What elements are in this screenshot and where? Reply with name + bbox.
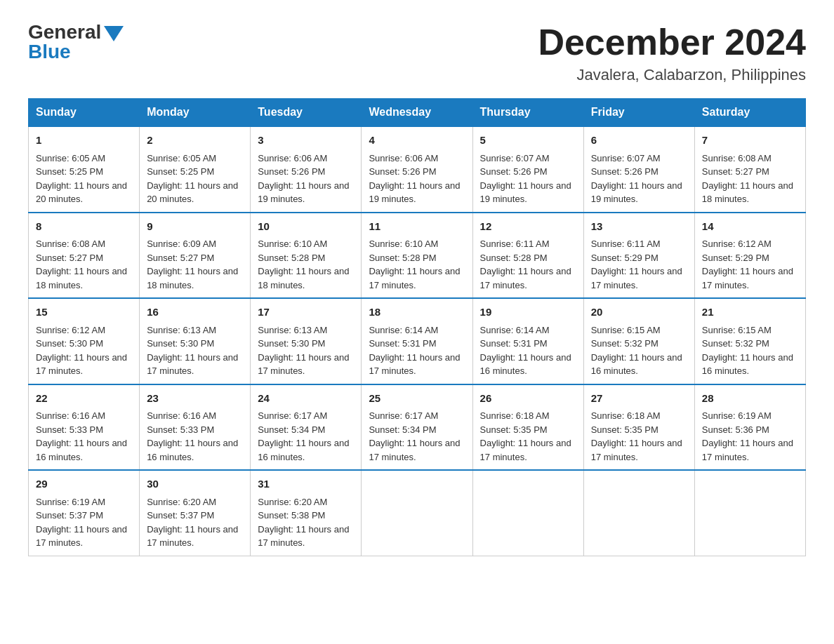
- day-sun-info: Sunrise: 6:19 AMSunset: 5:37 PMDaylight:…: [36, 495, 132, 550]
- calendar-cell: 4Sunrise: 6:06 AMSunset: 5:26 PMDaylight…: [362, 126, 472, 213]
- day-number: 27: [591, 391, 687, 407]
- day-number: 15: [36, 304, 132, 321]
- day-of-week-header: Tuesday: [251, 99, 362, 127]
- calendar-cell: 12Sunrise: 6:11 AMSunset: 5:28 PMDayligh…: [472, 213, 583, 299]
- day-of-week-header: Thursday: [472, 99, 583, 127]
- day-number: 6: [591, 133, 687, 149]
- day-number: 30: [147, 476, 243, 492]
- calendar-cell: [694, 470, 805, 556]
- day-sun-info: Sunrise: 6:06 AMSunset: 5:26 PMDaylight:…: [369, 152, 465, 206]
- day-sun-info: Sunrise: 6:16 AMSunset: 5:33 PMDaylight:…: [147, 409, 243, 464]
- calendar-cell: 30Sunrise: 6:20 AMSunset: 5:37 PMDayligh…: [140, 470, 251, 556]
- day-sun-info: Sunrise: 6:05 AMSunset: 5:25 PMDaylight:…: [36, 152, 132, 206]
- calendar-cell: 26Sunrise: 6:18 AMSunset: 5:35 PMDayligh…: [472, 384, 583, 471]
- day-sun-info: Sunrise: 6:18 AMSunset: 5:35 PMDaylight:…: [480, 409, 576, 464]
- calendar-cell: 11Sunrise: 6:10 AMSunset: 5:28 PMDayligh…: [362, 213, 472, 299]
- day-sun-info: Sunrise: 6:10 AMSunset: 5:28 PMDaylight:…: [258, 237, 354, 292]
- day-sun-info: Sunrise: 6:18 AMSunset: 5:35 PMDaylight:…: [591, 409, 687, 464]
- day-number: 29: [36, 476, 132, 492]
- days-of-week-row: SundayMondayTuesdayWednesdayThursdayFrid…: [29, 99, 806, 127]
- day-sun-info: Sunrise: 6:17 AMSunset: 5:34 PMDaylight:…: [369, 409, 465, 464]
- calendar-body: 1Sunrise: 6:05 AMSunset: 5:25 PMDaylight…: [29, 126, 806, 556]
- day-number: 28: [702, 391, 798, 407]
- day-sun-info: Sunrise: 6:14 AMSunset: 5:31 PMDaylight:…: [369, 323, 465, 378]
- day-of-week-header: Wednesday: [362, 99, 472, 127]
- day-of-week-header: Sunday: [29, 99, 140, 127]
- calendar-week-row: 22Sunrise: 6:16 AMSunset: 5:33 PMDayligh…: [29, 384, 806, 471]
- calendar-cell: 2Sunrise: 6:05 AMSunset: 5:25 PMDaylight…: [140, 126, 251, 213]
- calendar-cell: [362, 470, 472, 556]
- calendar-cell: 20Sunrise: 6:15 AMSunset: 5:32 PMDayligh…: [583, 298, 694, 384]
- calendar-week-row: 15Sunrise: 6:12 AMSunset: 5:30 PMDayligh…: [29, 298, 806, 384]
- title-block: December 2024 Javalera, Calabarzon, Phil…: [538, 21, 806, 84]
- calendar-cell: 27Sunrise: 6:18 AMSunset: 5:35 PMDayligh…: [583, 384, 694, 471]
- day-number: 7: [702, 133, 798, 149]
- day-sun-info: Sunrise: 6:08 AMSunset: 5:27 PMDaylight:…: [36, 237, 132, 292]
- day-number: 5: [480, 133, 576, 149]
- page-header: General Blue December 2024 Javalera, Cal…: [28, 21, 806, 84]
- day-number: 22: [36, 391, 132, 407]
- location-subtitle: Javalera, Calabarzon, Philippines: [538, 66, 806, 84]
- calendar-cell: 18Sunrise: 6:14 AMSunset: 5:31 PMDayligh…: [362, 298, 472, 384]
- day-number: 17: [258, 304, 354, 321]
- calendar-cell: 5Sunrise: 6:07 AMSunset: 5:26 PMDaylight…: [472, 126, 583, 213]
- day-number: 8: [36, 219, 132, 235]
- day-number: 21: [702, 304, 798, 321]
- day-number: 25: [369, 391, 465, 407]
- calendar-cell: 3Sunrise: 6:06 AMSunset: 5:26 PMDaylight…: [251, 126, 362, 213]
- day-number: 19: [480, 304, 576, 321]
- day-of-week-header: Monday: [140, 99, 251, 127]
- calendar-cell: 19Sunrise: 6:14 AMSunset: 5:31 PMDayligh…: [472, 298, 583, 384]
- day-sun-info: Sunrise: 6:11 AMSunset: 5:28 PMDaylight:…: [480, 237, 576, 292]
- day-sun-info: Sunrise: 6:09 AMSunset: 5:27 PMDaylight:…: [147, 237, 243, 292]
- day-sun-info: Sunrise: 6:13 AMSunset: 5:30 PMDaylight:…: [258, 323, 354, 378]
- day-number: 11: [369, 219, 465, 235]
- day-number: 2: [147, 133, 243, 149]
- calendar-cell: 29Sunrise: 6:19 AMSunset: 5:37 PMDayligh…: [29, 470, 140, 556]
- calendar-cell: 9Sunrise: 6:09 AMSunset: 5:27 PMDaylight…: [140, 213, 251, 299]
- day-number: 10: [258, 219, 354, 235]
- calendar-week-row: 29Sunrise: 6:19 AMSunset: 5:37 PMDayligh…: [29, 470, 806, 556]
- day-number: 23: [147, 391, 243, 407]
- calendar-cell: 7Sunrise: 6:08 AMSunset: 5:27 PMDaylight…: [694, 126, 805, 213]
- day-number: 9: [147, 219, 243, 235]
- day-sun-info: Sunrise: 6:20 AMSunset: 5:38 PMDaylight:…: [258, 495, 354, 550]
- day-sun-info: Sunrise: 6:10 AMSunset: 5:28 PMDaylight:…: [369, 237, 465, 292]
- day-number: 20: [591, 304, 687, 321]
- calendar-cell: 24Sunrise: 6:17 AMSunset: 5:34 PMDayligh…: [251, 384, 362, 471]
- day-sun-info: Sunrise: 6:06 AMSunset: 5:26 PMDaylight:…: [258, 152, 354, 206]
- calendar-cell: [583, 470, 694, 556]
- day-sun-info: Sunrise: 6:11 AMSunset: 5:29 PMDaylight:…: [591, 237, 687, 292]
- day-sun-info: Sunrise: 6:12 AMSunset: 5:29 PMDaylight:…: [702, 237, 798, 292]
- day-sun-info: Sunrise: 6:20 AMSunset: 5:37 PMDaylight:…: [147, 495, 243, 550]
- day-number: 24: [258, 391, 354, 407]
- calendar-cell: 8Sunrise: 6:08 AMSunset: 5:27 PMDaylight…: [29, 213, 140, 299]
- logo: General Blue: [28, 21, 124, 63]
- day-sun-info: Sunrise: 6:14 AMSunset: 5:31 PMDaylight:…: [480, 323, 576, 378]
- calendar-week-row: 1Sunrise: 6:05 AMSunset: 5:25 PMDaylight…: [29, 126, 806, 213]
- day-number: 12: [480, 219, 576, 235]
- logo-blue-text: Blue: [28, 41, 71, 63]
- calendar-cell: [472, 470, 583, 556]
- day-sun-info: Sunrise: 6:07 AMSunset: 5:26 PMDaylight:…: [480, 152, 576, 206]
- calendar-week-row: 8Sunrise: 6:08 AMSunset: 5:27 PMDaylight…: [29, 213, 806, 299]
- calendar-cell: 15Sunrise: 6:12 AMSunset: 5:30 PMDayligh…: [29, 298, 140, 384]
- calendar-header: SundayMondayTuesdayWednesdayThursdayFrid…: [29, 99, 806, 127]
- day-of-week-header: Friday: [583, 99, 694, 127]
- day-number: 16: [147, 304, 243, 321]
- logo-triangle-icon: [104, 26, 124, 41]
- calendar-cell: 22Sunrise: 6:16 AMSunset: 5:33 PMDayligh…: [29, 384, 140, 471]
- day-sun-info: Sunrise: 6:07 AMSunset: 5:26 PMDaylight:…: [591, 152, 687, 206]
- calendar-cell: 13Sunrise: 6:11 AMSunset: 5:29 PMDayligh…: [583, 213, 694, 299]
- day-sun-info: Sunrise: 6:19 AMSunset: 5:36 PMDaylight:…: [702, 409, 798, 464]
- day-sun-info: Sunrise: 6:13 AMSunset: 5:30 PMDaylight:…: [147, 323, 243, 378]
- day-number: 14: [702, 219, 798, 235]
- calendar-cell: 17Sunrise: 6:13 AMSunset: 5:30 PMDayligh…: [251, 298, 362, 384]
- day-number: 13: [591, 219, 687, 235]
- day-sun-info: Sunrise: 6:12 AMSunset: 5:30 PMDaylight:…: [36, 323, 132, 378]
- day-number: 1: [36, 133, 132, 149]
- day-number: 18: [369, 304, 465, 321]
- day-number: 4: [369, 133, 465, 149]
- calendar-cell: 1Sunrise: 6:05 AMSunset: 5:25 PMDaylight…: [29, 126, 140, 213]
- day-number: 3: [258, 133, 354, 149]
